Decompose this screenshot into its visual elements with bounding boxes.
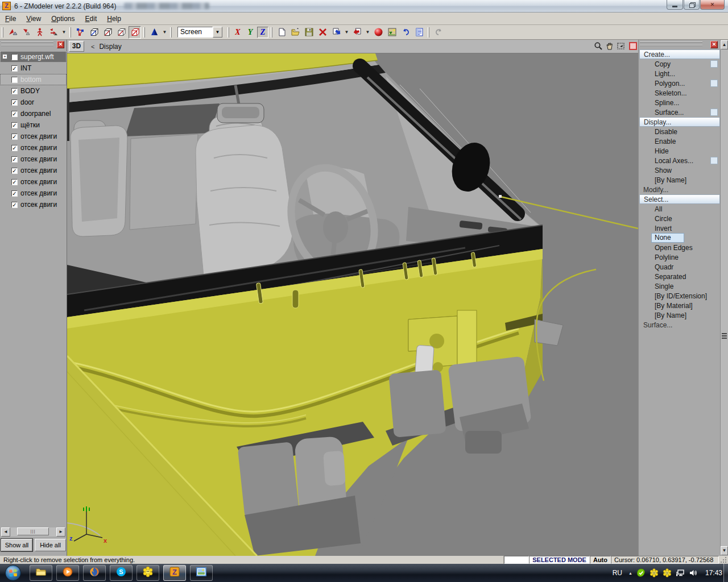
tree-item-bottom[interactable]: bottom [0, 74, 67, 85]
menu-help[interactable]: Help [102, 14, 126, 24]
dropdown-caret-icon[interactable]: ▼ [162, 26, 168, 39]
command-select[interactable]: Select... [639, 194, 720, 204]
tree-horizontal-scrollbar[interactable]: ◄ ||| ► [1, 527, 65, 537]
cone-icon[interactable] [148, 26, 160, 39]
viewport-mode-button[interactable]: 3D [69, 41, 84, 52]
material-editor-icon[interactable] [372, 26, 384, 39]
command-enable[interactable]: Enable [639, 136, 720, 146]
toolbar-group-grip[interactable] [2, 27, 3, 38]
visibility-checkbox[interactable]: ✓ [11, 122, 18, 128]
language-indicator[interactable]: RU [610, 569, 624, 577]
command-by-name[interactable]: [By Name] [639, 175, 720, 185]
command-disable[interactable]: Disable [639, 127, 720, 136]
hidden-icons-icon[interactable]: ▲ [628, 571, 632, 575]
taskbar-media-player-button[interactable] [56, 565, 79, 581]
command-open-edges[interactable]: Open Edges [639, 243, 720, 252]
show-desktop-button[interactable] [723, 564, 728, 582]
tree-item--[interactable]: ✓отсек двиги [0, 176, 67, 188]
tree-item--[interactable]: ✓отсек двиги [0, 165, 67, 176]
command-copy[interactable]: Copy [639, 59, 720, 69]
command-single[interactable]: Single [639, 281, 720, 291]
move-tool-icon[interactable] [6, 26, 19, 39]
scroll-left-icon[interactable]: ◄ [1, 527, 10, 537]
command-local-axes[interactable]: Local Axes... [639, 156, 720, 165]
toolbar-group-grip[interactable] [228, 27, 229, 38]
tree-item--[interactable]: ✓отсек двиги [0, 188, 67, 199]
figure-tool-icon[interactable] [34, 26, 46, 39]
visibility-checkbox[interactable]: ✓ [11, 111, 18, 117]
tree-item-supergt-wft[interactable]: +supergt.wft [0, 51, 67, 63]
toolbar-group-grip[interactable] [143, 27, 145, 38]
visibility-checkbox[interactable]: ✓ [11, 134, 18, 140]
minimize-button[interactable] [667, 0, 683, 10]
command-circle[interactable]: Circle [639, 214, 720, 223]
title-bar[interactable]: Z 6 - ZModeler ver 2.2.2 (Build 964) ✕ [0, 0, 728, 13]
taskbar-firefox-button[interactable] [83, 565, 106, 581]
scroll-right-icon[interactable]: ► [56, 527, 65, 537]
visibility-checkbox[interactable]: ✓ [11, 202, 18, 208]
export-icon[interactable] [351, 26, 363, 39]
save-icon[interactable] [303, 26, 315, 39]
viewport-view-label[interactable]: Display [99, 43, 121, 51]
maximize-viewport-icon[interactable] [629, 42, 637, 50]
taskbar-skype-button[interactable]: S [110, 565, 133, 581]
command-by-name[interactable]: [By Name] [639, 310, 720, 320]
command-light[interactable]: Light... [639, 69, 720, 78]
command-show[interactable]: Show [639, 165, 720, 175]
network-icon[interactable] [676, 568, 685, 577]
tree-item--[interactable]: ✓отсек двиги [0, 131, 67, 142]
taskbar-zmodeler-button[interactable]: Z [163, 565, 186, 581]
command-by-material[interactable]: [By Material] [639, 301, 720, 310]
toolbar-group-grip[interactable] [69, 27, 71, 38]
tree-item-INT[interactable]: ✓INT [0, 63, 67, 74]
cube-objects-icon[interactable] [129, 26, 141, 39]
view-mode-select[interactable]: Screen [177, 27, 213, 38]
panel-drag-grip[interactable] [640, 41, 702, 46]
pan-hand-icon[interactable] [605, 41, 614, 53]
new-file-icon[interactable] [275, 26, 288, 39]
visibility-checkbox[interactable]: ✓ [11, 179, 18, 185]
visibility-checkbox[interactable] [11, 54, 18, 60]
expand-icon[interactable]: + [2, 54, 7, 59]
qip-flower-icon[interactable] [650, 568, 659, 577]
cube-vertices-icon[interactable] [88, 26, 100, 39]
visibility-checkbox[interactable]: ✓ [11, 190, 18, 197]
clock[interactable]: 17:43 [705, 569, 722, 577]
taskbar-explorer-button[interactable] [30, 565, 52, 581]
axis-x-button[interactable]: X [232, 27, 243, 38]
tree-item--[interactable]: ✓щётки [0, 119, 67, 131]
command-all[interactable]: All [639, 204, 720, 214]
open-file-icon[interactable] [289, 26, 301, 39]
viewport-back-arrow[interactable]: < [91, 43, 94, 50]
view-mode-dropdown-icon[interactable]: ▼ [213, 27, 222, 38]
resize-grip[interactable] [719, 556, 728, 564]
visibility-checkbox[interactable]: ✓ [11, 65, 18, 72]
dropdown-caret-icon[interactable]: ▼ [61, 26, 67, 39]
command-options-box[interactable] [710, 80, 718, 87]
command-create[interactable]: Create... [639, 49, 720, 59]
script-icon[interactable] [413, 26, 425, 39]
visibility-checkbox[interactable]: ✓ [11, 156, 18, 163]
visibility-checkbox[interactable]: ✓ [11, 99, 18, 106]
cube-edges-icon[interactable] [101, 26, 114, 39]
qip-flower-icon[interactable] [663, 568, 672, 577]
tree-item--[interactable]: ✓отсек двиги [0, 199, 67, 210]
dropdown-caret-icon[interactable]: ▼ [365, 26, 371, 39]
skype-status-icon[interactable] [636, 568, 646, 577]
panel-drag-grip[interactable] [1, 41, 53, 46]
volume-icon[interactable] [689, 568, 698, 577]
tree-item-doorpanel[interactable]: ✓doorpanel [0, 108, 67, 119]
command-skeleton[interactable]: Skeleton... [639, 88, 720, 98]
scroll-down-icon[interactable]: ▼ [721, 546, 728, 555]
command-quadr[interactable]: Quadr [639, 262, 720, 272]
taskbar-qip-button[interactable] [136, 565, 159, 581]
scroll-up-icon[interactable]: ▲ [721, 40, 728, 49]
visibility-checkbox[interactable]: ✓ [11, 168, 18, 174]
scrollbar-grip[interactable] [722, 333, 727, 339]
commands-scrollbar[interactable]: ▲ ▼ [720, 40, 728, 556]
taskbar-image-viewer-button[interactable] [190, 565, 213, 581]
restore-button[interactable] [684, 0, 700, 10]
undo-icon[interactable] [399, 26, 412, 39]
menu-view[interactable]: View [21, 14, 46, 24]
command-options-box[interactable] [710, 60, 718, 68]
